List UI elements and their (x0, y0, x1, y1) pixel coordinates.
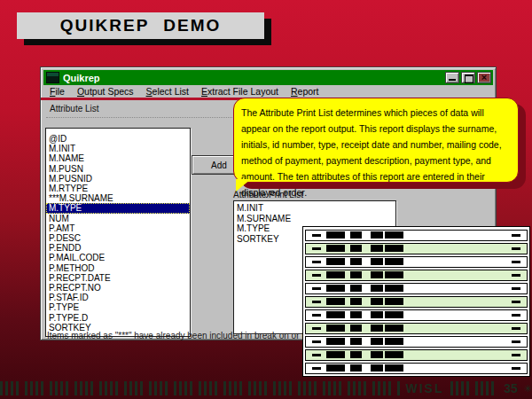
attribute-list-item[interactable]: M.TYPE (46, 203, 190, 213)
attribute-list-item[interactable]: P.MAIL.CODE (46, 253, 190, 262)
redacted-bar (371, 271, 383, 278)
attribute-list-item[interactable]: P.AMT (46, 223, 190, 233)
redacted-bar (350, 231, 362, 239)
redacted-bar (385, 364, 403, 372)
attribute-list-item[interactable]: P.RECPT.NO (46, 283, 190, 293)
minimize-button[interactable] (445, 72, 459, 83)
redacted-bar (512, 274, 520, 277)
redacted-bar (512, 314, 520, 317)
callout-tail (236, 179, 251, 192)
redacted-bar (326, 231, 345, 239)
report-row (305, 256, 528, 268)
callout-bubble: The Attribute Print List determines whic… (233, 98, 519, 183)
redacted-bar (371, 338, 383, 345)
attribute-list-item[interactable]: P.DESC (46, 233, 190, 243)
redacted-bar (371, 325, 383, 332)
redacted-bar (371, 351, 383, 358)
menu-item-output-specs[interactable]: Output Specs (71, 86, 140, 97)
footer-stripes-right (450, 381, 497, 395)
redacted-bar (312, 274, 321, 277)
redacted-bar (350, 298, 362, 305)
attribute-list-item[interactable]: P.METHOD (46, 263, 190, 273)
redacted-bar (326, 285, 345, 292)
redacted-bar (350, 311, 362, 318)
redacted-bar (350, 364, 362, 372)
redacted-bar (371, 298, 383, 305)
redacted-bar (350, 271, 362, 278)
redacted-bar (326, 298, 345, 305)
report-row (305, 270, 528, 281)
redacted-bar (385, 245, 403, 252)
redacted-bar (385, 271, 403, 278)
slide-title-banner: QUIKREP DEMO (17, 12, 264, 39)
attribute-list-item[interactable]: P.STAF.ID (46, 293, 190, 302)
attribute-list[interactable]: @IDM.INITM.NAMEM.PUSNM.PUSNIDM.RTYPE***M… (45, 128, 191, 337)
attribute-list-label: Attribute List (50, 104, 99, 113)
redacted-bar (512, 367, 520, 370)
redacted-bar (312, 367, 321, 370)
attribute-list-item[interactable]: M.PUSN (46, 164, 190, 174)
footer-stripes-left (0, 381, 401, 395)
attribute-list-item[interactable]: NUM (46, 214, 190, 223)
attribute-list-item[interactable]: ***M.SURNAME (46, 193, 190, 203)
attribute-list-item[interactable]: P.TYPE (46, 302, 190, 312)
redacted-bar (350, 351, 362, 358)
attribute-list-item[interactable]: P.TYPE.D (46, 313, 190, 323)
close-icon: × (478, 72, 490, 83)
attribute-list-item[interactable]: P.ENDD (46, 243, 190, 253)
redacted-bar (385, 231, 403, 239)
redacted-bar (326, 245, 345, 252)
print-list-item[interactable]: M.INIT (234, 203, 395, 214)
redacted-bar (371, 285, 383, 292)
redacted-bar (512, 234, 520, 237)
attribute-list-item[interactable]: M.RTYPE (46, 184, 190, 193)
close-button[interactable]: × (477, 72, 491, 83)
menu-bar: FileOutput SpecsSelect ListExtract File … (43, 85, 493, 98)
menu-item-extract-file-layout[interactable]: Extract File Layout (195, 86, 285, 97)
redacted-bar (350, 258, 362, 265)
redacted-bar (371, 364, 383, 372)
redacted-bar (385, 311, 403, 318)
report-row (305, 283, 528, 294)
report-preview-panel (302, 226, 530, 377)
attribute-list-item[interactable]: P.RECPT.DATE (46, 273, 190, 283)
report-row (305, 309, 528, 321)
redacted-bar (312, 354, 321, 356)
redacted-bar (512, 301, 520, 303)
redacted-bar (326, 271, 345, 278)
redacted-bar (512, 327, 520, 330)
page-number: 35 (498, 381, 523, 395)
menu-item-file[interactable]: File (43, 86, 71, 97)
report-row (305, 323, 528, 334)
slide-title: QUIKREP DEMO (60, 16, 222, 35)
slide-background: QUIKREP DEMO Quikrep × FileOutput SpecsS… (0, 0, 532, 399)
attribute-list-item[interactable]: M.NAME (46, 153, 190, 163)
redacted-bar (371, 258, 383, 265)
footer-band: WISL 35 ✳ (0, 380, 532, 396)
attribute-list-item[interactable]: M.INIT (46, 144, 190, 153)
maximize-button[interactable] (461, 72, 475, 83)
footer-brand: WISL (401, 381, 449, 395)
menu-item-report[interactable]: Report (285, 86, 325, 97)
app-icon (46, 72, 59, 83)
redacted-bar (512, 261, 520, 263)
redacted-bar (312, 234, 321, 237)
redacted-bar (371, 245, 383, 252)
window-titlebar: Quikrep × (43, 70, 493, 85)
redacted-bar (326, 325, 345, 332)
minimize-icon (449, 79, 456, 81)
print-list-item[interactable]: M.SURNAME (234, 214, 395, 224)
redacted-bar (385, 325, 403, 332)
redacted-bar (312, 314, 321, 317)
redacted-bar (512, 287, 520, 290)
redacted-bar (312, 261, 321, 263)
attribute-list-item[interactable]: M.PUSNID (46, 174, 190, 184)
star-glyph: ✳ (523, 383, 532, 395)
report-row (305, 296, 528, 308)
redacted-bar (350, 338, 362, 345)
menu-item-select-list[interactable]: Select List (140, 86, 195, 97)
attribute-list-item[interactable]: @ID (46, 134, 190, 144)
redacted-bar (385, 285, 403, 292)
redacted-bar (350, 245, 362, 252)
redacted-bar (326, 258, 345, 265)
